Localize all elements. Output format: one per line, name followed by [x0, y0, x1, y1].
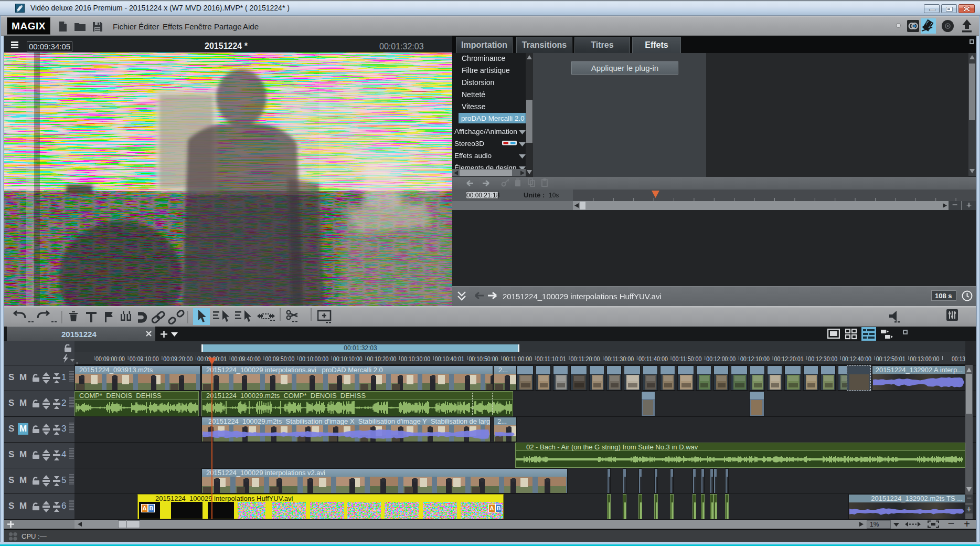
svg-text:00:09:40:00: 00:09:40:00 [231, 355, 261, 363]
svg-text:00:12:20:01: 00:12:20:01 [774, 355, 804, 363]
svg-text:00:10:00:00: 00:10:00:00 [299, 355, 328, 363]
svg-text:00:11:30:00: 00:11:30:00 [604, 355, 634, 363]
svg-text:00:10:30:00: 00:10:30:00 [401, 355, 430, 363]
svg-text:00:10:40:01: 00:10:40:01 [435, 355, 464, 363]
svg-text:00:13:00:00: 00:13:00:00 [910, 355, 939, 363]
svg-text:00:12:40:00: 00:12:40:00 [842, 355, 871, 363]
svg-text:00:09:50:00: 00:09:50:00 [265, 355, 294, 363]
svg-text:00:09:00:00: 00:09:00:00 [95, 355, 125, 363]
svg-text:00:11:10:01: 00:11:10:01 [537, 355, 566, 363]
svg-text:00:12:10:00: 00:12:10:00 [740, 355, 770, 363]
svg-text:00:10:20:00: 00:10:20:00 [367, 355, 396, 363]
svg-text:00:13: 00:13 [952, 355, 965, 363]
svg-text:00:12:50:01: 00:12:50:01 [876, 355, 906, 363]
svg-text:00:10:10:00: 00:10:10:00 [333, 355, 363, 363]
svg-text:00:11:00:00: 00:11:00:00 [503, 355, 532, 363]
svg-text:00:11:50:00: 00:11:50:00 [673, 355, 702, 363]
svg-text:00:12:30:00: 00:12:30:00 [808, 355, 837, 363]
svg-text:00:09:10:00: 00:09:10:00 [130, 355, 159, 363]
svg-text:00:11:20:00: 00:11:20:00 [571, 355, 600, 363]
svg-text:00:09:20:00: 00:09:20:00 [163, 355, 193, 363]
svg-text:00:11:40:00: 00:11:40:00 [638, 355, 668, 363]
svg-text:00:10:50:00: 00:10:50:00 [468, 355, 498, 363]
svg-text:00:12:00:00: 00:12:00:00 [706, 355, 736, 363]
